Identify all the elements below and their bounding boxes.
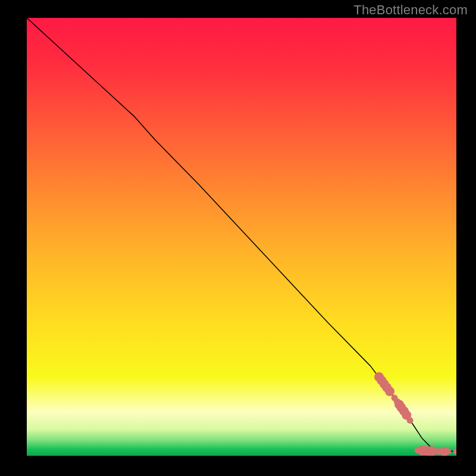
marker-point (385, 387, 394, 396)
marker-point (444, 448, 451, 455)
marker-point (407, 417, 414, 424)
plot-area (27, 18, 456, 456)
chart-frame: TheBottleneck.com (0, 0, 476, 476)
watermark-label: TheBottleneck.com (353, 2, 468, 18)
plot-svg (27, 18, 456, 456)
